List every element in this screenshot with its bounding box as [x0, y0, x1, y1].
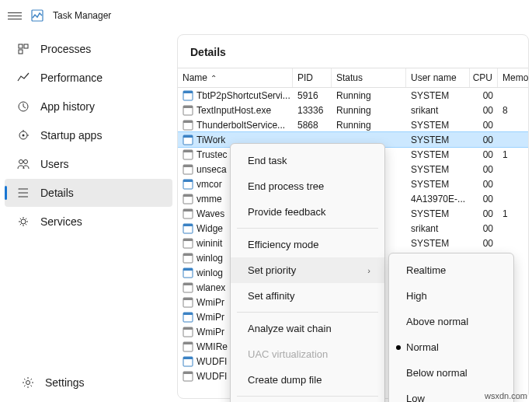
startup-icon: [17, 129, 30, 142]
svg-rect-20: [183, 91, 193, 93]
svg-rect-1: [19, 44, 23, 48]
sort-indicator-icon: ⌃: [210, 74, 217, 82]
priority-normal[interactable]: Normal: [389, 334, 513, 360]
cell-status: Running: [332, 103, 406, 117]
cell-user: SYSTEM: [406, 117, 470, 132]
priority-realtime[interactable]: Realtime: [389, 257, 513, 283]
separator: [237, 228, 378, 229]
cell-name: WmiPr: [196, 312, 224, 323]
process-icon: [183, 267, 193, 278]
col-cpu[interactable]: CPU: [470, 68, 498, 87]
ctx-end-task[interactable]: End task: [231, 148, 384, 173]
svg-rect-2: [24, 44, 28, 48]
watermark: wsxdn.com: [485, 391, 527, 400]
process-icon: [183, 282, 193, 293]
cell-mem: 1: [498, 206, 528, 221]
priority-high[interactable]: High: [389, 283, 513, 309]
process-icon: [183, 135, 193, 145]
nav-label: Startup apps: [40, 129, 102, 142]
col-mem[interactable]: Memo: [498, 68, 528, 87]
svg-rect-56: [183, 357, 193, 359]
col-name[interactable]: Name⌃: [178, 68, 293, 87]
svg-point-9: [19, 160, 23, 164]
cell-name: wininit: [196, 238, 222, 249]
nav-label: Details: [40, 187, 74, 199]
ctx-end-tree[interactable]: End process tree: [231, 173, 384, 199]
cell-name: TiWork: [196, 135, 225, 145]
priority-submenu: Realtime High Above normal Normal Below …: [388, 253, 514, 402]
cell-status: Running: [332, 88, 406, 103]
nav-label: Settings: [45, 376, 85, 389]
table-row[interactable]: ThunderboltService...5868RunningSYSTEM00: [178, 117, 528, 132]
cell-name: WMIRe: [196, 341, 228, 352]
nav-services[interactable]: Services: [5, 208, 172, 236]
ctx-efficiency[interactable]: Efficiency mode: [231, 232, 384, 257]
cell-name: TextInputHost.exe: [196, 105, 271, 116]
ctx-set-affinity[interactable]: Set affinity: [231, 283, 384, 309]
priority-above-normal[interactable]: Above normal: [389, 309, 513, 334]
table-row[interactable]: TextInputHost.exe13336Runningsrikant008: [178, 103, 528, 117]
details-icon: [17, 187, 30, 199]
nav-app-history[interactable]: App history: [5, 93, 172, 121]
nav-details[interactable]: Details: [5, 179, 172, 207]
sidebar: Processes Performance App history Startu…: [0, 31, 177, 402]
svg-point-16: [19, 197, 19, 198]
svg-rect-50: [183, 313, 193, 315]
cell-pid: 5916: [293, 88, 332, 103]
process-icon: [183, 312, 193, 323]
process-icon: [183, 223, 193, 234]
cell-cpu: 00: [470, 162, 498, 177]
cell-name: wlanex: [196, 282, 225, 293]
users-icon: [17, 158, 30, 170]
cell-name: WUDFI: [196, 371, 227, 382]
ctx-feedback[interactable]: Provide feedback: [231, 199, 384, 225]
cell-name: TbtP2pShortcutServi...: [196, 90, 290, 101]
cell-mem: [498, 117, 528, 132]
cell-mem: [498, 221, 528, 236]
cell-cpu: 00: [470, 191, 498, 206]
nav-label: Performance: [40, 72, 103, 84]
cell-mem: [498, 236, 528, 250]
ctx-dump[interactable]: Create dump file: [231, 367, 384, 393]
gear-icon: [22, 376, 34, 389]
nav-users[interactable]: Users: [5, 150, 172, 178]
cell-mem: 1: [498, 147, 528, 162]
process-icon: [183, 208, 193, 219]
cell-user: SYSTEM: [406, 132, 470, 147]
svg-rect-46: [183, 283, 193, 285]
col-status[interactable]: Status: [332, 68, 406, 87]
cell-user: SYSTEM: [406, 206, 470, 221]
nav-performance[interactable]: Performance: [5, 64, 172, 92]
col-pid[interactable]: PID: [293, 68, 332, 87]
cell-cpu: 00: [470, 147, 498, 162]
cell-name: Trustec: [196, 149, 228, 160]
cell-cpu: 00: [470, 132, 498, 147]
process-icon: [183, 179, 193, 190]
nav-processes[interactable]: Processes: [5, 35, 172, 63]
process-icon: [183, 149, 193, 160]
priority-below-normal[interactable]: Below normal: [389, 360, 513, 386]
cell-name: ThunderboltService...: [196, 120, 285, 131]
nav-list: Processes Performance App history Startu…: [0, 31, 177, 363]
cell-user: SYSTEM: [406, 88, 470, 103]
hamburger-menu-button[interactable]: [8, 9, 22, 23]
col-user[interactable]: User name: [406, 68, 470, 87]
ctx-set-priority[interactable]: Set priority ›: [231, 257, 384, 283]
svg-point-17: [21, 219, 26, 224]
svg-rect-28: [183, 150, 193, 152]
nav-settings[interactable]: Settings: [9, 369, 168, 397]
table-header[interactable]: Name⌃ PID Status User name CPU Memo: [178, 68, 528, 88]
cell-pid: 5868: [293, 117, 332, 132]
cell-name: vmme: [196, 194, 222, 204]
nav-startup-apps[interactable]: Startup apps: [5, 121, 172, 149]
cell-name: Widge: [196, 223, 223, 234]
performance-icon: [17, 72, 30, 84]
table-row[interactable]: TbtP2pShortcutServi...5916RunningSYSTEM0…: [178, 88, 528, 103]
nav-label: Processes: [40, 43, 91, 55]
cell-mem: [498, 177, 528, 191]
process-icon: [183, 341, 193, 352]
svg-point-18: [26, 381, 30, 385]
cell-cpu: 00: [470, 177, 498, 191]
ctx-analyze[interactable]: Analyze wait chain: [231, 316, 384, 341]
separator: [237, 312, 378, 313]
